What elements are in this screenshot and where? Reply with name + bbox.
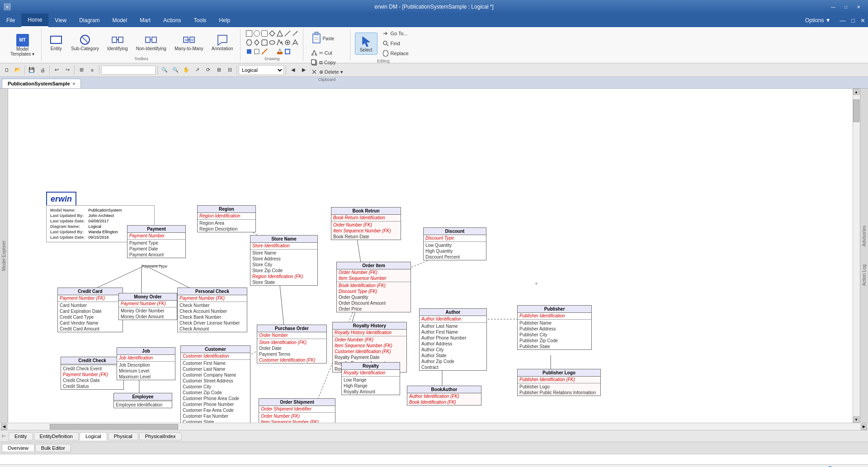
tb2-search[interactable] bbox=[101, 66, 156, 75]
draw-circle[interactable] bbox=[254, 30, 260, 37]
vscroll-thumb[interactable] bbox=[853, 99, 859, 122]
copy-button[interactable]: ⧉ Copy bbox=[308, 58, 346, 67]
entity-publisher-logo[interactable]: Publisher Logo Publisher Identification … bbox=[517, 369, 601, 396]
tb2-layout[interactable]: ⊟ bbox=[225, 65, 235, 75]
horizontal-scrollbar[interactable]: ◀ ▶ bbox=[0, 423, 868, 430]
draw-line-color[interactable] bbox=[261, 48, 268, 55]
entity-store-name[interactable]: Store Name Store Identification Store Na… bbox=[250, 235, 318, 286]
menu-model[interactable]: Model bbox=[106, 14, 134, 27]
entity-book-return[interactable]: Book Retrun Book Return Identification O… bbox=[331, 207, 401, 240]
tb2-align[interactable]: ⊞ bbox=[76, 65, 86, 75]
entity-purchase-order[interactable]: Purchase Order Order Number Store Identi… bbox=[257, 325, 327, 363]
minimize-button[interactable]: — bbox=[827, 2, 839, 11]
draw-shape1[interactable] bbox=[246, 39, 252, 46]
draw-shape4[interactable] bbox=[269, 39, 275, 46]
tb2-hand[interactable]: ✋ bbox=[181, 65, 191, 75]
menu-diagram[interactable]: Diagram bbox=[73, 14, 106, 27]
entity-money-order[interactable]: Money Order Payment Number (FK) Money Or… bbox=[118, 293, 177, 320]
menu-tools[interactable]: Tools bbox=[188, 14, 213, 27]
tb2-zoom-in[interactable]: 🔍 bbox=[170, 65, 180, 75]
non-identifying-button[interactable]: Non-Identifying bbox=[133, 31, 170, 53]
delete-button[interactable]: ⊗ Delete ▾ bbox=[308, 67, 346, 76]
tb2-format[interactable]: ≡ bbox=[87, 65, 97, 75]
tb2-zoom-out[interactable]: 🔍 bbox=[160, 65, 170, 75]
tb2-open[interactable]: 📂 bbox=[13, 65, 23, 75]
paste-button[interactable]: Paste bbox=[308, 29, 337, 48]
inner-minimize[interactable]: — bbox=[837, 14, 849, 27]
draw-rounded-rect[interactable] bbox=[261, 30, 268, 37]
draw-shape3[interactable] bbox=[261, 39, 268, 46]
maximize-button[interactable]: □ bbox=[840, 2, 852, 11]
menu-view[interactable]: View bbox=[48, 14, 73, 27]
draw-diamond[interactable] bbox=[269, 30, 275, 37]
draw-border[interactable] bbox=[284, 48, 291, 55]
draw-fill[interactable] bbox=[277, 48, 283, 55]
draw-shape5[interactable] bbox=[277, 39, 283, 46]
draw-triangle[interactable] bbox=[277, 30, 283, 37]
menu-file[interactable]: File bbox=[0, 14, 21, 27]
draw-shape2[interactable] bbox=[254, 39, 260, 46]
close-button[interactable]: ✕ bbox=[853, 2, 864, 11]
view-mode-select[interactable]: Logical Physical bbox=[239, 65, 284, 75]
tb2-undo[interactable]: ↩ bbox=[52, 65, 61, 75]
publication-system-tab[interactable]: PublicationSystemSample × bbox=[2, 79, 81, 88]
entity-employee[interactable]: Employee Employee Identification bbox=[113, 393, 172, 408]
menu-options[interactable]: Options ▼ bbox=[799, 14, 837, 27]
menu-help[interactable]: Help bbox=[213, 14, 237, 27]
tb2-print[interactable]: 🖨 bbox=[38, 65, 47, 75]
entity-payment[interactable]: Payment Payment Number Payment Type Paym… bbox=[127, 225, 186, 258]
tb2-save[interactable]: 💾 bbox=[27, 65, 37, 75]
find-button[interactable]: Find bbox=[379, 39, 412, 48]
annotation-button[interactable]: Annotation bbox=[208, 31, 236, 53]
hscroll-right[interactable]: ▶ bbox=[861, 424, 867, 430]
entity-order-item[interactable]: Order Item Order Number (FK) Item Sequen… bbox=[336, 262, 411, 312]
entity-button[interactable]: Entity bbox=[46, 31, 66, 53]
select-button[interactable]: Select bbox=[355, 33, 377, 55]
tab-entity[interactable]: Entity bbox=[9, 432, 33, 440]
vscroll-down[interactable]: ▼ bbox=[853, 416, 859, 423]
tb2-grid[interactable]: ⊞ bbox=[214, 65, 224, 75]
tab-physical-index[interactable]: PhysicalIndex bbox=[139, 432, 182, 440]
entity-publisher[interactable]: Publisher Publisher Identification Publi… bbox=[517, 305, 592, 350]
panel-tab-overview[interactable]: Overview bbox=[2, 444, 34, 452]
model-templates-button[interactable]: MT ModelTemplates ▾ bbox=[7, 32, 38, 59]
entity-credit-card[interactable]: Credit Card Payment Number (FK) Card Num… bbox=[57, 288, 123, 332]
tb2-next[interactable]: ▶ bbox=[299, 65, 309, 75]
entity-discount[interactable]: Discount Discount Type Low Quantity High… bbox=[423, 227, 486, 260]
panel-tab-bulk-editor[interactable]: Bulk Editor bbox=[35, 444, 71, 452]
tb2-new[interactable]: 🗋 bbox=[2, 65, 12, 75]
window-controls[interactable]: — □ ✕ bbox=[827, 2, 864, 11]
vscroll-up[interactable]: ▲ bbox=[853, 89, 859, 95]
entity-author[interactable]: Author Author Identification Author Last… bbox=[419, 308, 487, 371]
draw-line[interactable] bbox=[284, 30, 291, 37]
inner-restore[interactable]: □ bbox=[849, 14, 858, 27]
entity-book-author[interactable]: BookAuthor Author Identification (FK) Bo… bbox=[407, 386, 481, 406]
draw-rect[interactable] bbox=[246, 30, 252, 37]
entity-personal-check[interactable]: Personal Check Payment Number (FK) Check… bbox=[177, 288, 247, 332]
hscroll-thumb[interactable] bbox=[50, 424, 178, 429]
entity-royalty[interactable]: Royalty Royalty Identification Low Range… bbox=[341, 362, 400, 395]
draw-arrow[interactable] bbox=[292, 30, 298, 37]
tb2-pointer[interactable]: ↗ bbox=[192, 65, 202, 75]
tab-physical[interactable]: Physical bbox=[108, 432, 138, 440]
subcategory-button[interactable]: Sub-Category bbox=[68, 31, 102, 53]
goto-button[interactable]: Go To... bbox=[379, 29, 412, 38]
entity-order-shipment[interactable]: Order Shipment Order Shipment Identifier… bbox=[259, 398, 335, 423]
replace-button[interactable]: Replace bbox=[379, 49, 412, 58]
identifying-button[interactable]: Identifying bbox=[104, 31, 131, 53]
tab-close[interactable]: × bbox=[73, 81, 75, 86]
entity-job[interactable]: Job Job Identification Job Description M… bbox=[117, 347, 175, 380]
diagram-canvas[interactable]: erwin Model Name:PublicationSystem Last … bbox=[8, 89, 860, 423]
draw-fg[interactable] bbox=[246, 48, 252, 55]
entity-region[interactable]: Region Region Identification Region Area… bbox=[197, 205, 256, 232]
draw-shape6[interactable] bbox=[284, 39, 291, 46]
entity-credit-check[interactable]: Credit Check Credit Check Event Payment … bbox=[61, 357, 124, 390]
menu-actions[interactable]: Actions bbox=[157, 14, 187, 27]
tb2-redo[interactable]: ↪ bbox=[62, 65, 72, 75]
menu-home[interactable]: Home bbox=[21, 14, 48, 27]
tab-logical[interactable]: Logical bbox=[80, 432, 107, 440]
draw-shape7[interactable] bbox=[292, 39, 298, 46]
draw-bg[interactable] bbox=[254, 48, 260, 55]
hscroll-left[interactable]: ◀ bbox=[1, 424, 7, 430]
vertical-scrollbar[interactable]: ▲ ▼ bbox=[853, 89, 860, 423]
